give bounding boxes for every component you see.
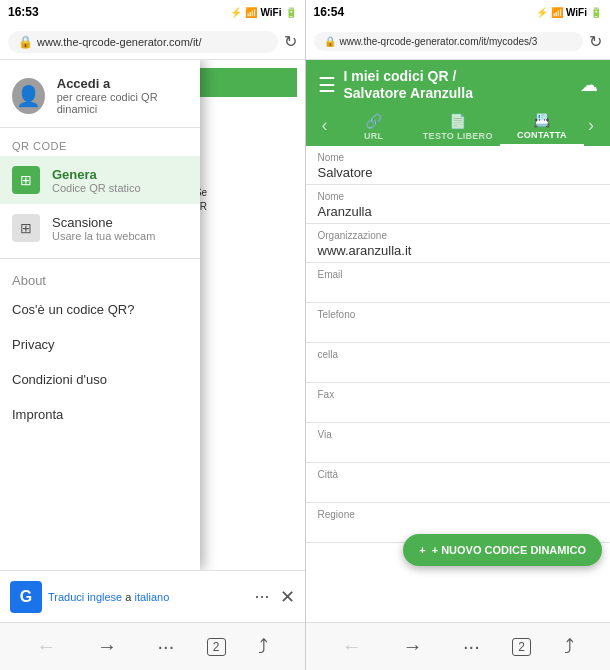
left-address-bar: 🔒 www.the-qrcode-generator.com/it/ ↻	[0, 24, 305, 60]
app-header-top: ☰ I miei codici QR / Salvatore Aranzulla…	[318, 68, 599, 102]
field-fax-value[interactable]	[318, 402, 599, 422]
wifi-icon: WiFi	[260, 7, 281, 18]
reload-button[interactable]: ↻	[284, 32, 297, 51]
field-fax-label: Fax	[318, 389, 599, 400]
drawer-account-info: Accedi a per creare codici QR dinamici	[57, 76, 188, 115]
right-signal-icon: 📶	[551, 7, 563, 18]
right-status-icons: ⚡ 📶 WiFi 🔋	[536, 7, 602, 18]
right-panel: 16:54 ⚡ 📶 WiFi 🔋 🔒 www.the-qrcode-genera…	[306, 0, 611, 670]
drawer-item-genera[interactable]: ⊞ Genera Codice QR statico	[0, 156, 200, 204]
drawer-link-impronta[interactable]: Impronta	[0, 397, 200, 432]
genera-icon: ⊞	[12, 166, 40, 194]
drawer-divider	[0, 258, 200, 259]
translate-close-button[interactable]: ✕	[280, 586, 295, 608]
right-wifi-icon: WiFi	[566, 7, 587, 18]
header-title-line2: Salvatore Aranzulla	[344, 85, 573, 102]
left-url-bar[interactable]: 🔒 www.the-qrcode-generator.com/it/	[8, 31, 278, 53]
hamburger-menu-button[interactable]: ☰	[318, 73, 336, 97]
tab-url[interactable]: 🔗 URL	[332, 107, 416, 145]
translate-label: Traduci	[48, 591, 84, 603]
drawer-about-label: About	[0, 265, 200, 292]
drawer-account-title[interactable]: Accedi a	[57, 76, 188, 91]
drawer-link-privacy[interactable]: Privacy	[0, 327, 200, 362]
field-cella-label: cella	[318, 349, 599, 360]
field-nome1: Nome Salvatore	[306, 146, 611, 185]
left-panel: 16:53 ⚡ 📶 WiFi 🔋 🔒 www.the-qrcode-genera…	[0, 0, 305, 670]
contatta-tab-label: CONTATTA	[517, 130, 567, 140]
left-status-icons: ⚡ 📶 WiFi 🔋	[230, 7, 296, 18]
tab-contatta[interactable]: 📇 CONTATTA	[500, 106, 584, 146]
field-email-value[interactable]	[318, 282, 599, 302]
drawer-item-scansione[interactable]: ⊞ Scansione Usare la tua webcam	[0, 204, 200, 252]
field-via-value[interactable]	[318, 442, 599, 462]
right-back-button[interactable]: ←	[334, 631, 370, 662]
field-telefono-value[interactable]	[318, 322, 599, 342]
right-url-bar[interactable]: 🔒 www.the-qrcode-generator.com/it/mycode…	[314, 32, 584, 51]
right-forward-button[interactable]: →	[394, 631, 430, 662]
testo-tab-label: TESTO LIBERO	[423, 131, 493, 141]
field-cella-value[interactable]	[318, 362, 599, 382]
person-icon: 👤	[16, 84, 41, 108]
fab-label: + NUOVO CODICE DINAMICO	[432, 544, 586, 556]
scansione-icon: ⊞	[12, 214, 40, 242]
left-content-area: QR CONTATTA DINAMICO ⋮ lo nell'immagine.…	[0, 60, 305, 570]
field-email-label: Email	[318, 269, 599, 280]
field-nome2-value[interactable]: Aranzulla	[318, 204, 599, 223]
contatta-tab-icon: 📇	[533, 112, 550, 128]
form-content: Nome Salvatore Nome Aranzulla Organizzaz…	[306, 146, 611, 622]
right-share-button[interactable]: ⤴	[556, 631, 582, 662]
tab-right-arrow[interactable]: ›	[584, 115, 598, 136]
field-fax: Fax	[306, 383, 611, 423]
drawer-scansione-label: Scansione	[52, 215, 155, 230]
right-more-button[interactable]: ···	[455, 631, 488, 662]
cloud-upload-icon[interactable]: ☁	[580, 74, 598, 96]
left-forward-button[interactable]: →	[89, 631, 125, 662]
app-tabs: ‹ 🔗 URL 📄 TESTO LIBERO 📇 CONTATTA ›	[318, 106, 599, 146]
drawer-qrcode-section: QR Code	[0, 128, 200, 156]
plus-icon: +	[419, 544, 425, 556]
tab-testo-libero[interactable]: 📄 TESTO LIBERO	[416, 107, 500, 145]
url-tab-icon: 🔗	[365, 113, 382, 129]
left-back-button[interactable]: ←	[28, 631, 64, 662]
drawer-genera-label: Genera	[52, 167, 141, 182]
drawer-account-subtitle: per creare codici QR dinamici	[57, 91, 188, 115]
left-share-button[interactable]: ⤴	[250, 631, 276, 662]
translate-text: Traduci inglese a italiano	[48, 591, 244, 603]
left-tabs-count[interactable]: 2	[207, 638, 226, 656]
left-more-button[interactable]: ···	[150, 631, 183, 662]
new-dynamic-code-button[interactable]: + + NUOVO CODICE DINAMICO	[403, 534, 602, 566]
lock-icon: 🔒	[18, 35, 33, 49]
battery-icon: 🔋	[285, 7, 297, 18]
left-time: 16:53	[8, 5, 39, 19]
drawer-item-genera-text: Genera Codice QR statico	[52, 167, 141, 194]
header-title-line1: I miei codici QR /	[344, 68, 573, 85]
translate-more-button[interactable]: ···	[254, 586, 269, 607]
field-nome2-label: Nome	[318, 191, 599, 202]
tab-left-arrow[interactable]: ‹	[318, 115, 332, 136]
field-telefono-label: Telefono	[318, 309, 599, 320]
right-url-text: www.the-qrcode-generator.com/it/mycodes/…	[340, 36, 538, 47]
right-bottom-nav: ← → ··· 2 ⤴	[306, 622, 611, 670]
drawer-link-cosè[interactable]: Cos'è un codice QR?	[0, 292, 200, 327]
drawer-link-condizioni[interactable]: Condizioni d'uso	[0, 362, 200, 397]
right-time: 16:54	[314, 5, 345, 19]
right-lock-icon: 🔒	[324, 36, 336, 47]
drawer-header: 👤 Accedi a per creare codici QR dinamici	[0, 60, 200, 128]
field-cella: cella	[306, 343, 611, 383]
field-via-label: Via	[318, 429, 599, 440]
left-bottom-nav: ← → ··· 2 ⤴	[0, 622, 305, 670]
drawer-scansione-sublabel: Usare la tua webcam	[52, 230, 155, 242]
field-nome1-value[interactable]: Salvatore	[318, 165, 599, 184]
field-citta-value[interactable]	[318, 482, 599, 502]
right-reload-button[interactable]: ↻	[589, 32, 602, 51]
field-org-label: Organizzazione	[318, 230, 599, 241]
left-status-bar: 16:53 ⚡ 📶 WiFi 🔋	[0, 0, 305, 24]
translate-from: inglese	[87, 591, 122, 603]
field-org-value[interactable]: www.aranzulla.it	[318, 243, 599, 262]
right-tabs-count[interactable]: 2	[512, 638, 531, 656]
signal-icon: 📶	[245, 7, 257, 18]
field-via: Via	[306, 423, 611, 463]
translate-to: italiano	[134, 591, 169, 603]
field-nome1-label: Nome	[318, 152, 599, 163]
drawer-genera-sublabel: Codice QR statico	[52, 182, 141, 194]
